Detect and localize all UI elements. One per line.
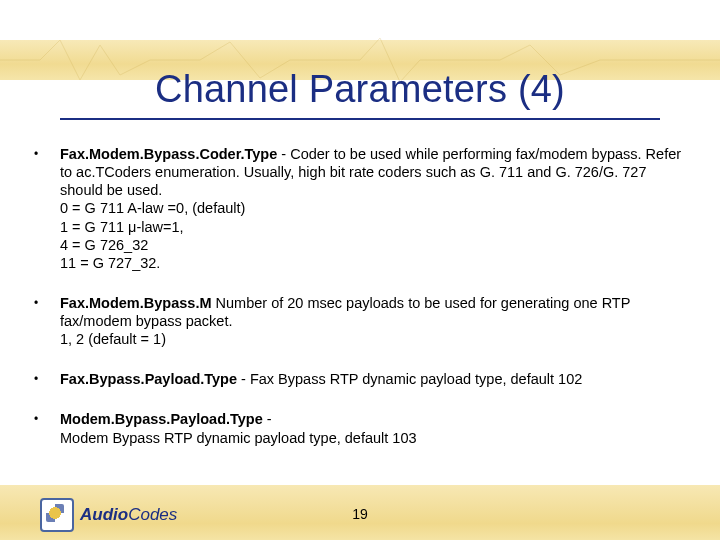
param-line: Modem Bypass RTP dynamic payload type, d… <box>60 430 417 446</box>
bullet-item: • Modem.Bypass.Payload.Type - Modem Bypa… <box>30 410 690 446</box>
param-line: 1 = G 711 μ-law=1, <box>60 219 184 235</box>
bullet-icon: • <box>34 147 38 162</box>
separator: - <box>237 371 250 387</box>
param-line: 1, 2 (default = 1) <box>60 331 166 347</box>
title-underline <box>60 118 660 120</box>
bullet-icon: • <box>34 412 38 427</box>
slide: Channel Parameters (4) • Fax.Modem.Bypas… <box>0 0 720 540</box>
param-line: 4 = G 726_32 <box>60 237 148 253</box>
param-name: Modem.Bypass.Payload.Type <box>60 411 263 427</box>
param-name: Fax.Modem.Bypass.Coder.Type <box>60 146 277 162</box>
bullet-item: • Fax.Modem.Bypass.Coder.Type - Coder to… <box>30 145 690 272</box>
bullet-list: • Fax.Modem.Bypass.Coder.Type - Coder to… <box>30 145 690 447</box>
param-name: Fax.Bypass.Payload.Type <box>60 371 237 387</box>
param-name: Fax.Modem.Bypass.M <box>60 295 212 311</box>
bullet-icon: • <box>34 296 38 311</box>
param-desc: Fax Bypass RTP dynamic payload type, def… <box>250 371 582 387</box>
param-line: 0 = G 711 A-law =0, (default) <box>60 200 245 216</box>
page-number: 19 <box>0 506 720 522</box>
slide-title: Channel Parameters (4) <box>0 68 720 111</box>
bullet-item: • Fax.Modem.Bypass.M Number of 20 msec p… <box>30 294 690 348</box>
bullet-item: • Fax.Bypass.Payload.Type - Fax Bypass R… <box>30 370 690 388</box>
separator: - <box>277 146 290 162</box>
bullet-icon: • <box>34 372 38 387</box>
param-line: 11 = G 727_32. <box>60 255 160 271</box>
separator: - <box>263 411 272 427</box>
content-area: • Fax.Modem.Bypass.Coder.Type - Coder to… <box>30 145 690 469</box>
